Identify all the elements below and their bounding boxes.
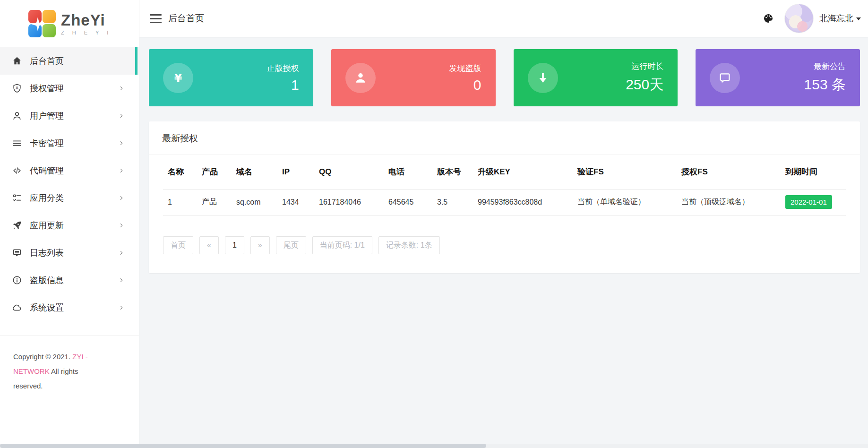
sidebar-item-label: 系统设置 [30,302,64,313]
page-prev[interactable]: « [199,236,219,254]
sidebar-item-system-settings[interactable]: 系统设置 [0,294,139,321]
sidebar: ZheYi Z H E Y I 后台首页A授权管理用户管理卡密管理代码管理应用分… [0,0,139,448]
user-menu[interactable]: 北海忘北 [819,13,861,24]
sidebar-item-app-category[interactable]: 应用分类 [0,184,139,212]
rocket-icon [12,220,22,231]
username: 北海忘北 [819,13,853,24]
sidebar-item-code-management[interactable]: 代码管理 [0,157,139,184]
sidebar-item-app-update[interactable]: 应用更新 [0,212,139,239]
yen-icon: ¥ [171,71,185,85]
page-title: 后台首页 [168,12,204,25]
sidebar-item-piracy-info[interactable]: 盗版信息 [0,267,139,294]
sidebar-item-label: 应用更新 [30,220,64,231]
page-last[interactable]: 尾页 [276,236,306,254]
table-cell: 645645 [384,189,432,215]
column-header: 到期时间 [781,155,846,189]
column-header: 电话 [384,155,432,189]
arrow-down-icon [536,71,550,85]
brand-logo: ZheYi Z H E Y I [0,0,139,47]
stat-card-icon-circle [528,63,558,93]
chat-icon [718,71,732,85]
brand-title: ZheYi [61,12,112,28]
sidebar-item-license-management[interactable]: A授权管理 [0,75,139,102]
copyright: Copyright © 2021. ZYI - NETWORK All righ… [0,336,118,393]
svg-text:¥: ¥ [174,71,182,85]
person-icon [353,71,368,85]
stat-card-label: 发现盗版 [449,63,481,74]
chevron-right-icon [118,304,125,311]
stat-card-value: 1 [267,77,299,93]
table-cell: 994593f863cc808d [473,189,573,215]
table-cell: 当前（顶级泛域名） [677,189,781,215]
stat-card-value: 0 [449,77,481,93]
sidebar-item-label: 日志列表 [30,247,64,258]
table-cell: sq.com [232,189,277,215]
stat-card-label: 最新公告 [804,61,846,72]
table-cell: 3.5 [432,189,473,215]
cloud-icon [12,302,22,313]
pagination: 首页«1»尾页当前页码: 1/1记录条数: 1条 [163,236,846,254]
table-cell: 产品 [197,189,232,215]
sidebar-item-user-management[interactable]: 用户管理 [0,102,139,129]
stat-card-value: 250天 [626,75,663,95]
menu-fold-icon[interactable] [150,12,162,25]
chevron-right-icon [118,195,125,201]
copyright-prefix: Copyright © 2021. [13,353,72,361]
stat-card-piracy-found: 发现盗版0 [331,49,496,106]
theme-palette-icon[interactable] [763,13,774,24]
chevron-right-icon [118,140,125,146]
comment-icon [12,248,22,258]
svg-text:A: A [16,86,18,90]
table-cell-expiry: 2022-01-01 [781,189,846,215]
stat-card-label: 运行时长 [626,61,663,72]
sidebar-item-cardkey-management[interactable]: 卡密管理 [0,129,139,157]
chevron-right-icon [118,222,125,229]
user-avatar[interactable] [784,4,814,33]
sidebar-item-dashboard[interactable]: 后台首页 [0,47,139,75]
info-icon [12,275,22,285]
main-area: 后台首页 北海忘北 ¥正版授权1发现盗版0运行时长250天最新公告153 条 [139,0,868,448]
sidebar-item-label: 代码管理 [30,165,64,176]
column-header: 授权FS [677,155,781,189]
stat-card-genuine-license: ¥正版授权1 [149,49,313,106]
sidebar-item-label: 盗版信息 [30,275,64,286]
sidebar-item-label: 用户管理 [30,110,64,121]
sparkle-icon [30,16,46,32]
page-count-info[interactable]: 记录条数: 1条 [378,236,440,254]
page-1[interactable]: 1 [225,236,244,254]
column-header: 产品 [197,155,232,189]
chevron-right-icon [118,250,125,256]
column-header: 验证FS [573,155,677,189]
sidebar-item-log-list[interactable]: 日志列表 [0,239,139,267]
app-root: ZheYi Z H E Y I 后台首页A授权管理用户管理卡密管理代码管理应用分… [0,0,868,448]
column-header: 名称 [163,155,197,189]
chevron-right-icon [118,112,125,119]
page-first[interactable]: 首页 [163,236,193,254]
sidebar-item-label: 应用分类 [30,192,64,204]
column-header: QQ [314,155,384,189]
stat-card-label: 正版授权 [267,63,299,74]
chevron-right-icon [118,277,125,284]
table-header-row: 名称产品域名IPQQ电话版本号升级KEY验证FS授权FS到期时间 [163,155,846,189]
sidebar-item-label: 卡密管理 [30,138,64,149]
sidebar-item-label: 授权管理 [30,83,64,94]
page-next[interactable]: » [250,236,270,254]
checklist-icon [12,193,22,203]
table-cell: 当前（单域名验证） [573,189,677,215]
latest-license-table: 名称产品域名IPQQ电话版本号升级KEY验证FS授权FS到期时间 1产品sq.c… [163,155,846,215]
topbar: 后台首页 北海忘北 [139,0,868,37]
horizontal-scrollbar[interactable] [0,444,868,448]
stat-card-uptime: 运行时长250天 [514,49,678,106]
stat-card-value: 153 条 [804,75,846,95]
page-current-info[interactable]: 当前页码: 1/1 [312,236,372,254]
chevron-right-icon [118,167,125,174]
code-icon [12,165,22,176]
chevron-down-icon [856,17,861,20]
shield-icon: A [12,83,22,94]
column-header: IP [277,155,314,189]
table-row: 1产品sq.com143416171840466456453.5994593f8… [163,189,846,215]
sidebar-menu: 后台首页A授权管理用户管理卡密管理代码管理应用分类应用更新日志列表盗版信息系统设… [0,47,139,321]
table-cell: 1 [163,189,197,215]
stat-cards: ¥正版授权1发现盗版0运行时长250天最新公告153 条 [149,49,860,106]
scrollbar-thumb[interactable] [0,444,486,448]
